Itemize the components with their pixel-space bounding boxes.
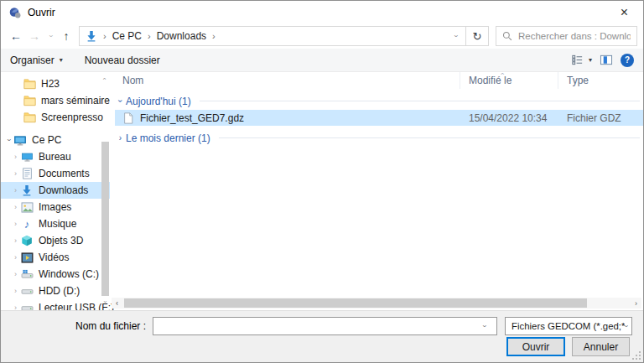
change-view-button[interactable]: ▾ [571,54,592,66]
folder-icon [23,94,36,107]
downloads-icon [20,184,34,197]
file-name-cell: Fichier_test_GED7.gdz [115,112,460,124]
scroll-down-icon[interactable]: › [104,298,106,306]
downloads-folder-icon [86,30,97,42]
column-header-name[interactable]: Nom [110,72,460,89]
search-icon [502,31,512,41]
sidebar-item-label: Vidéos [39,252,69,263]
title-bar: Ouvrir × [1,1,643,23]
refresh-button[interactable]: ↻ [466,26,489,46]
sidebar-item-label: HDD (D:) [39,285,80,297]
breadcrumb-item-downloads[interactable]: Downloads [157,30,206,42]
sidebar-item-screenpresso[interactable]: Screenpresso [1,109,110,126]
close-button[interactable]: × [605,1,643,23]
breadcrumb-separator-icon: › [103,31,106,41]
resize-grip[interactable] [631,350,642,361]
chevron-right-icon: › [11,169,20,178]
scroll-up-icon[interactable]: › [104,75,106,83]
horizontal-scrollbar[interactable]: › › [112,298,641,309]
address-dropdown-button[interactable]: › [447,32,464,40]
sidebar-item-mars-seminaire[interactable]: mars séminaire [1,92,110,109]
recent-locations-button[interactable]: › [44,32,57,40]
sidebar-item-ce-pc[interactable]: › Ce PC [1,132,110,148]
chevron-right-icon: › [11,287,20,295]
group-divider [219,137,640,138]
help-icon: ? [625,55,630,65]
chevron-right-icon: › [11,203,20,211]
forward-button[interactable]: → [25,29,44,43]
sidebar-item-h23[interactable]: H23 [1,75,110,92]
drive-icon [20,284,34,298]
sidebar-item-videos[interactable]: › Vidéos [1,249,110,266]
folder-icon [23,111,36,124]
sidebar-item-label: Windows (C:) [39,268,99,280]
scrollbar-thumb[interactable] [101,142,109,296]
breadcrumb-item-ce-pc[interactable]: Ce PC [112,30,142,42]
scroll-right-icon[interactable]: › [631,299,641,308]
window-title: Ouvrir [28,7,55,18]
scroll-left-icon[interactable]: › [112,299,122,308]
file-row[interactable]: Fichier_test_GED7.gdz 15/04/2022 10:34 F… [115,110,643,126]
3d-objects-icon [20,234,34,247]
sidebar-scrollbar[interactable]: › › [100,75,110,306]
preview-pane-button[interactable] [600,54,613,66]
column-header-modified[interactable]: › Modifié le [460,72,558,89]
new-folder-button[interactable]: Nouveau dossier [85,54,160,66]
this-pc-icon [13,133,27,147]
music-icon: ♪ [20,217,34,231]
sidebar-item-label: Screenpresso [41,111,103,123]
sidebar-item-documents[interactable]: › Documents [1,165,110,182]
command-toolbar: Organiser ▾ Nouveau dossier ▾ [1,49,643,72]
back-icon: ← [10,29,22,43]
cancel-button[interactable]: Annuler [572,337,630,356]
group-label: Le mois dernier (1) [126,132,210,144]
file-icon [122,112,134,124]
scrollbar-thumb[interactable] [124,298,587,308]
help-button[interactable]: ? [621,54,634,67]
chevron-down-icon: › [46,35,55,38]
sidebar-item-label: Downloads [39,184,88,196]
chevron-down-icon: › [451,35,460,38]
search-input[interactable] [518,31,631,41]
sidebar-spacer [1,126,110,132]
sidebar-item-label: Documents [39,168,90,179]
sidebar-item-label: Bureau [39,151,71,163]
chevron-right-icon: › [11,270,20,278]
dialog-footer: Nom du fichier : › Fichiers GEDCOM (*.ge… [1,310,643,362]
file-modified: 15/04/2022 10:34 [460,112,558,124]
organize-button[interactable]: Organiser ▾ [10,54,63,66]
group-header-today[interactable]: › Aujourd'hui (1) [115,93,643,109]
filename-input[interactable] [153,317,497,335]
preview-pane-icon [600,54,613,66]
system-drive-icon [20,267,34,281]
dropdown-arrow-icon: ▾ [589,56,592,64]
toolbar-right-group: ▾ ? [571,54,634,67]
column-header-type[interactable]: Type [558,72,643,89]
up-button[interactable]: ↑ [57,29,75,43]
address-bar[interactable]: › Ce PC › Downloads › › [79,26,466,46]
breadcrumb-separator-icon: › [212,31,216,41]
sidebar-item-images[interactable]: › Images [1,199,110,215]
sidebar-item-bureau[interactable]: › Bureau [1,148,110,165]
sidebar-item-label: Objets 3D [39,235,83,246]
back-button[interactable]: ← [7,29,25,43]
folder-icon [23,77,36,91]
sidebar-item-label: Images [39,201,71,213]
sidebar-item-windows-c[interactable]: › Windows (C:) [1,266,110,283]
open-button[interactable]: Ouvrir [506,337,565,356]
organize-label: Organiser [10,54,55,66]
sidebar-item-hdd-d[interactable]: › HDD (D:) [1,283,110,299]
file-name: Fichier_test_GED7.gdz [140,112,244,124]
dropdown-arrow-icon: ▾ [60,56,63,64]
sidebar-item-musique[interactable]: › ♪ Musique [1,215,110,232]
chevron-down-icon: › [115,96,126,106]
close-icon: × [621,5,628,20]
sidebar-item-objets-3d[interactable]: › Objets 3D [1,232,110,249]
group-header-last-month[interactable]: › Le mois dernier (1) [115,130,643,146]
documents-icon [20,167,34,180]
details-view-icon [571,54,584,66]
filetype-select[interactable]: Fichiers GEDCOM (*.ged;*.gdz) › [505,317,632,335]
desktop-icon [20,150,34,163]
sidebar-item-label: H23 [41,78,60,90]
sidebar-item-downloads[interactable]: › Downloads [1,182,110,199]
